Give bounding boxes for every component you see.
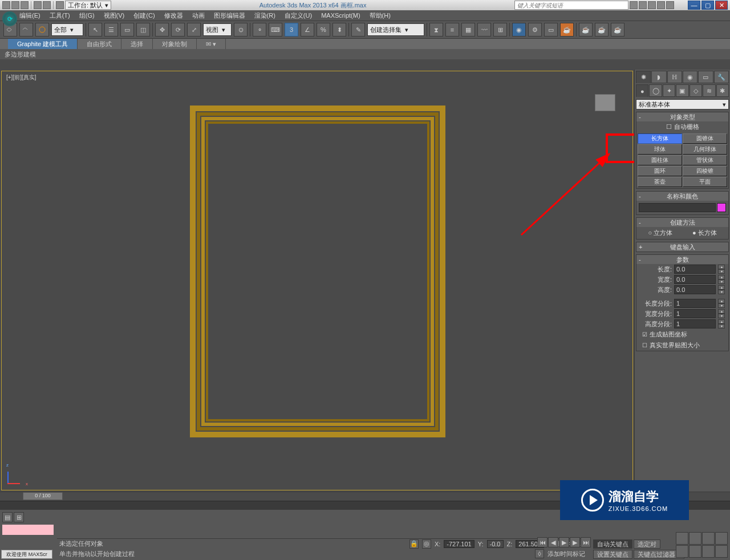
btn-geosphere[interactable]: 几何球体	[683, 144, 727, 155]
help-icon[interactable]	[666, 1, 674, 9]
workspace-dropdown[interactable]: 工作台: 默认▾	[65, 1, 111, 10]
add-timetag[interactable]: 添加时间标记	[548, 550, 585, 558]
maximize-button[interactable]: ▢	[701, 1, 714, 10]
app-menu-icon[interactable]: ⟳	[2, 11, 17, 26]
isolate-icon[interactable]: ◎	[422, 539, 431, 549]
mini-listener-icon[interactable]: ⊞	[14, 512, 24, 522]
menu-modifiers[interactable]: 修改器	[164, 11, 183, 20]
tab-motion[interactable]: ◉	[683, 71, 697, 83]
viewport-front[interactable]: [+][前][真实] z x	[1, 71, 633, 490]
render-frame-icon[interactable]: ▭	[544, 23, 558, 36]
tab-modify[interactable]: ◗	[651, 71, 666, 83]
new-icon[interactable]	[2, 1, 10, 9]
menu-group[interactable]: 组(G)	[79, 11, 95, 20]
edit-named-sel-icon[interactable]: ✎	[351, 23, 365, 36]
select-region-icon[interactable]: ▭	[120, 23, 134, 36]
mini-listener-toggle[interactable]: ▤	[2, 512, 13, 522]
viewport-label[interactable]: [+][前][真实]	[6, 74, 36, 82]
scale-icon[interactable]: ⤢	[187, 23, 201, 36]
search-input[interactable]	[514, 1, 628, 10]
menu-graph[interactable]: 图形编辑器	[214, 11, 245, 20]
rollout-header-params[interactable]: -参数	[636, 255, 728, 264]
setkey-button[interactable]: 设置关键点	[593, 550, 632, 559]
close-button[interactable]: ✕	[715, 1, 728, 10]
angle-snap-icon[interactable]: ∠	[301, 23, 314, 36]
ribbon-tab-selection[interactable]: 选择	[121, 39, 153, 49]
mirror-icon[interactable]: ⧗	[429, 23, 443, 36]
menu-create[interactable]: 创建(C)	[133, 11, 155, 20]
spinner-snap-icon[interactable]: ⬍	[332, 23, 346, 36]
fov-icon[interactable]	[676, 545, 688, 558]
goto-end-icon[interactable]: ⏭	[581, 537, 591, 547]
pan-icon[interactable]	[689, 545, 701, 558]
keyboard-shortcut-icon[interactable]: ⌨	[269, 23, 282, 36]
wsegs-spinner[interactable]: 1	[674, 309, 716, 318]
undo-icon[interactable]	[34, 1, 42, 9]
window-crossing-icon[interactable]: ◫	[136, 23, 150, 36]
btn-sphere[interactable]: 球体	[638, 144, 682, 155]
goto-start-icon[interactable]: ⏮	[537, 537, 548, 547]
lsegs-spinner[interactable]: 1	[674, 299, 716, 308]
menu-rendering[interactable]: 渲染(R)	[254, 11, 275, 20]
play-icon[interactable]: ▶	[559, 537, 569, 547]
welcome-tab[interactable]: 欢迎使用 MAXScr	[1, 550, 52, 559]
autokey-button[interactable]: 自动关键点	[593, 539, 632, 549]
ref-coord-dropdown[interactable]: 视图▾	[203, 23, 232, 36]
subtab-systems[interactable]: ✱	[716, 84, 729, 97]
width-spinner[interactable]: 0.0	[674, 275, 716, 284]
subtab-shapes[interactable]: ◯	[649, 84, 662, 97]
pivot-icon[interactable]: ⊙	[234, 23, 248, 36]
ribbon-sub-label[interactable]: 多边形建模	[5, 50, 36, 59]
hsegs-spinner[interactable]: 1	[674, 319, 716, 328]
subtab-lights[interactable]: ✦	[663, 84, 675, 97]
zoom-extents-icon[interactable]	[702, 532, 715, 545]
lock-icon[interactable]: 🔒	[409, 539, 419, 549]
autogrid-checkbox[interactable]: ☐自动栅格	[636, 121, 728, 132]
height-spinner[interactable]: 0.0	[674, 285, 716, 294]
menu-views[interactable]: 视图(V)	[104, 11, 125, 20]
btn-pyramid[interactable]: 四棱锥	[683, 166, 727, 176]
snap-toggle-icon[interactable]: 3	[285, 23, 298, 36]
menu-customize[interactable]: 自定义(U)	[285, 11, 312, 20]
y-coord[interactable]: -0.0	[487, 540, 504, 548]
select-name-icon[interactable]: ☰	[104, 23, 118, 36]
radio-box[interactable]: ● 长方体	[692, 229, 717, 237]
render-setup-icon[interactable]: ⚙	[528, 23, 542, 36]
orbit-icon[interactable]	[702, 545, 715, 558]
ribbon-tab-mail[interactable]: ✉ ▾	[197, 39, 226, 49]
search-icon[interactable]	[630, 1, 638, 9]
btn-box[interactable]: 长方体	[638, 133, 682, 144]
subtab-cameras[interactable]: ▣	[676, 84, 688, 97]
menu-maxscript[interactable]: MAXScript(M)	[321, 12, 360, 19]
manipulate-icon[interactable]: ⚬	[253, 23, 266, 36]
bind-icon[interactable]	[35, 23, 49, 36]
object-color-swatch[interactable]	[717, 203, 726, 212]
subscription-icon[interactable]	[639, 1, 647, 9]
minimize-button[interactable]: —	[688, 1, 700, 10]
menu-help[interactable]: 帮助(H)	[370, 11, 391, 20]
selected-button[interactable]: 选定对	[634, 539, 660, 549]
subtab-spacewarps[interactable]: ≋	[703, 84, 715, 97]
move-icon[interactable]: ✥	[155, 23, 169, 36]
tab-utilities[interactable]: 🔧	[714, 71, 729, 83]
radio-cube[interactable]: ○ 立方体	[648, 229, 672, 237]
save-icon[interactable]	[21, 1, 29, 9]
redo-icon[interactable]	[43, 1, 51, 9]
percent-snap-icon[interactable]: %	[317, 23, 330, 36]
btn-torus[interactable]: 圆环	[638, 166, 682, 176]
align-icon[interactable]: ≡	[445, 23, 459, 36]
object-name-input[interactable]	[639, 203, 716, 212]
teapot1-icon[interactable]: ☕	[579, 23, 593, 36]
tab-display[interactable]: ▭	[698, 71, 713, 83]
x-coord[interactable]: -727.101	[444, 540, 474, 548]
viewcube[interactable]	[595, 94, 615, 111]
rollout-header-name[interactable]: -名称和颜色	[636, 192, 728, 201]
chk-realworld[interactable]: ☐ 真实世界贴图大小	[636, 340, 728, 351]
chk-gen-mapcoords[interactable]: ☑ 生成贴图坐标	[636, 329, 728, 340]
subtab-helpers[interactable]: ◇	[690, 84, 702, 97]
subtab-geometry[interactable]: ●	[636, 84, 648, 97]
named-selection-dropdown[interactable]: 创建选择集▾	[367, 23, 424, 36]
category-dropdown[interactable]: 标准基本体▾	[636, 99, 729, 109]
btn-plane[interactable]: 平面	[683, 177, 727, 187]
btn-cone[interactable]: 圆锥体	[683, 133, 727, 144]
